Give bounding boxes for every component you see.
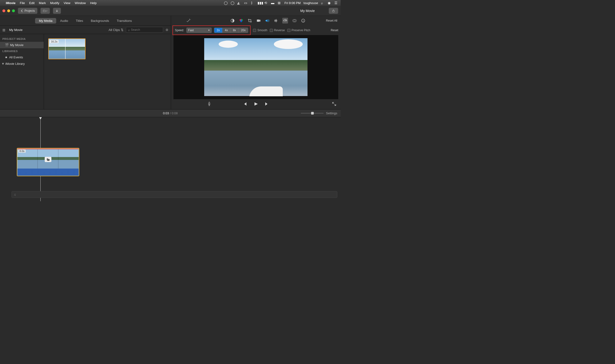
speed-2x[interactable]: 2x — [214, 28, 222, 33]
video-viewer[interactable] — [174, 35, 338, 99]
sidebar-all-events-label: All Events — [9, 55, 23, 59]
svg-point-5 — [240, 20, 242, 22]
menu-mark[interactable]: Mark — [39, 1, 46, 5]
reset-all-button[interactable]: Reset All — [326, 19, 337, 22]
clips-filter-label: All Clips — [108, 28, 120, 32]
voiceover-icon[interactable] — [207, 102, 211, 107]
tab-transitions[interactable]: Transitions — [113, 18, 136, 24]
sidebar-item-imovie-library[interactable]: ▼ iMovie Library — [0, 61, 44, 67]
speed-select[interactable]: Fast ▼ — [187, 28, 212, 33]
sidebar-my-movie-label: My Movie — [10, 43, 24, 47]
projects-label: Projects — [25, 9, 35, 13]
sidebar-toggle-icon[interactable]: ▥ — [2, 28, 5, 32]
download-button[interactable] — [53, 8, 61, 14]
menu-view[interactable]: View — [64, 1, 70, 5]
menu-modify[interactable]: Modify — [50, 1, 59, 5]
transport-bar — [171, 99, 341, 109]
media-clip-thumb[interactable]: 16.2s — [48, 39, 85, 59]
traffic-lights — [2, 9, 15, 12]
speed-icon[interactable] — [282, 18, 288, 24]
zoom-slider[interactable] — [301, 113, 324, 114]
menu-help[interactable]: Help — [90, 1, 97, 5]
browser-pane: My Media Audio Titles Backgrounds Transi… — [0, 16, 171, 109]
menubar-clock[interactable]: Fri 9:06 PM — [284, 1, 301, 5]
battery2-icon[interactable]: ▬ — [271, 1, 275, 5]
sidebar-hdr-libraries: LIBRARIES — [0, 48, 44, 54]
timeline[interactable]: 8.0s ♫ — [0, 117, 341, 201]
speed-20x[interactable]: 20x — [239, 28, 248, 33]
clips-filter[interactable]: All Clips ⇅ — [108, 28, 123, 32]
timeline-timecode: 0:03 / 0:08 — [163, 111, 177, 115]
play-button[interactable] — [254, 102, 258, 107]
menubar: iMovie File Edit Mark Modify View Window… — [0, 0, 341, 6]
tab-titles[interactable]: Titles — [72, 18, 87, 24]
import-media-button[interactable]: ♪ — [40, 8, 50, 14]
film-icon: 🎬 — [5, 43, 9, 47]
crop-icon[interactable] — [248, 18, 252, 23]
menu-window[interactable]: Window — [75, 1, 86, 5]
wechat-icon[interactable]: ◯ — [224, 1, 228, 5]
smooth-checkbox[interactable]: Smooth — [253, 28, 267, 32]
info-icon[interactable] — [301, 18, 305, 23]
location-icon[interactable]: ◭ — [237, 1, 241, 5]
close-window[interactable] — [2, 9, 5, 12]
timeline-clip[interactable]: 8.0s — [17, 148, 79, 176]
sidebar-library-label: iMovie Library — [5, 62, 25, 65]
music-track[interactable]: ♫ — [12, 191, 337, 198]
clip-filter-icon[interactable] — [292, 18, 297, 23]
preserve-pitch-checkbox[interactable]: Preserve Pitch — [287, 28, 310, 32]
next-frame-button[interactable] — [265, 102, 269, 107]
tab-my-media[interactable]: My Media — [35, 18, 56, 24]
volume-icon[interactable] — [265, 18, 269, 23]
color-correction-icon[interactable] — [239, 18, 243, 23]
menu-edit[interactable]: Edit — [29, 1, 34, 5]
video-frame — [204, 38, 308, 96]
qq-icon[interactable]: ◯ — [231, 1, 234, 5]
browser-tabs: My Media Audio Titles Backgrounds Transi… — [0, 16, 171, 26]
menubar-user[interactable]: toughouse — [303, 1, 318, 5]
reverse-checkbox[interactable]: Reverse — [270, 28, 285, 32]
browser-project-name: My Movie — [9, 28, 23, 32]
bluetooth-icon[interactable]: ᛒ — [251, 1, 255, 5]
sidebar-hdr-project-media: PROJECT MEDIA — [0, 36, 44, 42]
spotlight-icon[interactable]: ⌕ — [321, 1, 325, 5]
viewer-pane: Reset All Speed: Fast ▼ 2x 4x 8x 20x Smo… — [171, 16, 341, 109]
color-balance-icon[interactable] — [230, 18, 235, 23]
menu-app[interactable]: iMovie — [6, 1, 15, 5]
fullscreen-icon[interactable] — [332, 102, 336, 107]
sidebar-item-all-events[interactable]: ★ All Events — [0, 54, 44, 61]
notification-center-icon[interactable]: ☰ — [334, 1, 338, 5]
magic-wand-icon[interactable] — [187, 18, 191, 23]
menu-file[interactable]: File — [20, 1, 25, 5]
window-title: My Movie — [300, 9, 315, 13]
battery-icon[interactable]: ▮▮▮ — [257, 1, 261, 5]
tab-audio[interactable]: Audio — [56, 18, 72, 24]
grid-icon[interactable]: ⊞ — [278, 1, 281, 5]
speed-4x[interactable]: 4x — [222, 28, 231, 33]
media-area: 16.2s — [44, 34, 171, 109]
sidebar-item-my-movie[interactable]: 🎬 My Movie — [0, 42, 44, 48]
speed-label: Speed: — [175, 28, 184, 32]
zoom-window[interactable] — [12, 9, 15, 12]
projects-back-button[interactable]: Projects — [18, 8, 38, 14]
minimize-window[interactable] — [7, 9, 10, 12]
timeline-settings-button[interactable]: Settings — [326, 111, 337, 115]
zoom-knob[interactable] — [311, 112, 314, 115]
total-time: 0:08 — [172, 111, 177, 115]
search-icon: ⌕ — [128, 28, 130, 32]
airplay-icon[interactable]: ▭ — [244, 1, 248, 5]
stabilization-icon[interactable] — [256, 18, 261, 23]
search-field[interactable]: ⌕ — [126, 27, 163, 33]
siri-icon[interactable]: ◉ — [328, 1, 332, 5]
browser-settings-icon[interactable]: ⚙ — [165, 28, 168, 32]
search-input[interactable] — [131, 28, 161, 31]
noise-reduction-icon[interactable] — [274, 18, 278, 23]
speed-8x[interactable]: 8x — [230, 28, 239, 33]
tab-backgrounds[interactable]: Backgrounds — [87, 18, 113, 24]
disclosure-triangle-icon[interactable]: ▼ — [1, 62, 4, 65]
prev-frame-button[interactable] — [243, 102, 247, 107]
speed-reset-button[interactable]: Reset — [331, 28, 338, 32]
share-button[interactable] — [329, 8, 338, 14]
sync-icon[interactable]: ⟲ — [264, 1, 268, 5]
time-sep: / — [169, 111, 172, 115]
